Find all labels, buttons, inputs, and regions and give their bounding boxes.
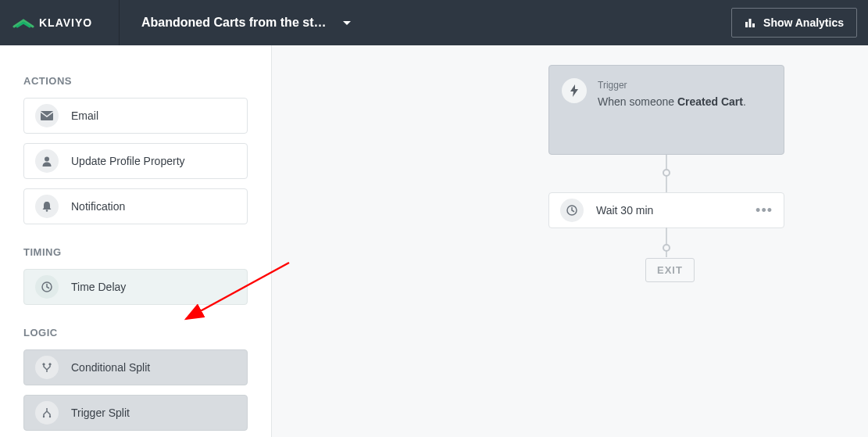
logic-conditional-split-label: Conditional Split — [71, 361, 150, 374]
section-title-logic: LOGIC — [23, 327, 248, 338]
bolt-icon — [562, 78, 587, 103]
wait-card[interactable]: Wait 30 min ••• — [548, 192, 784, 228]
action-notification-label: Notification — [71, 200, 125, 213]
header-right: Show Analytics — [731, 8, 868, 38]
connector-node[interactable] — [663, 244, 670, 252]
trigger-split-icon — [35, 401, 59, 424]
wait-left: Wait 30 min — [560, 199, 653, 222]
trigger-text: Trigger When someone Created Cart. — [598, 78, 746, 110]
email-icon — [35, 104, 59, 127]
wait-label: Wait 30 min — [596, 204, 653, 217]
clock-icon — [35, 275, 59, 299]
trigger-event: Created Cart — [677, 95, 743, 108]
flow-canvas[interactable]: Trigger When someone Created Cart. Wait … — [272, 45, 868, 437]
logic-conditional-split[interactable]: Conditional Split — [23, 349, 248, 385]
brand-logo[interactable]: KLAVIYO — [0, 0, 120, 45]
flow-name-dropdown[interactable]: Abandoned Carts from the st… — [120, 0, 373, 45]
flow-name-label: Abandoned Carts from the st… — [141, 16, 326, 30]
klaviyo-logo-icon: KLAVIYO — [13, 14, 105, 31]
trigger-description: When someone Created Cart. — [598, 94, 746, 110]
caret-down-icon — [343, 21, 351, 25]
person-icon — [35, 149, 59, 173]
connector-node[interactable] — [663, 169, 670, 177]
section-title-actions: ACTIONS — [23, 75, 248, 87]
section-title-timing: TIMING — [23, 246, 248, 258]
timing-time-delay[interactable]: Time Delay — [23, 269, 248, 305]
connector-line — [666, 227, 667, 257]
split-icon — [35, 356, 59, 379]
trigger-suffix: . — [743, 95, 746, 108]
show-analytics-label: Show Analytics — [763, 16, 844, 29]
svg-rect-2 — [749, 19, 752, 27]
bar-chart-icon — [745, 17, 755, 28]
exit-node[interactable]: EXIT — [645, 258, 695, 282]
top-bar: KLAVIYO Abandoned Carts from the st… Sho… — [0, 0, 868, 45]
logic-trigger-split[interactable]: Trigger Split — [23, 395, 248, 431]
action-update-profile[interactable]: Update Profile Property — [23, 143, 248, 179]
main-area: ACTIONS Email Update Profile Property No… — [0, 45, 868, 437]
action-notification[interactable]: Notification — [23, 188, 248, 224]
trigger-prefix: When someone — [598, 95, 677, 108]
trigger-title: Trigger — [598, 78, 746, 92]
trigger-card[interactable]: Trigger When someone Created Cart. — [548, 65, 784, 155]
svg-point-9 — [49, 416, 51, 417]
show-analytics-button[interactable]: Show Analytics — [731, 8, 857, 38]
action-email-label: Email — [71, 109, 98, 122]
sidebar: ACTIONS Email Update Profile Property No… — [0, 45, 272, 437]
header-left: KLAVIYO Abandoned Carts from the st… — [0, 0, 373, 45]
bell-icon — [35, 195, 59, 218]
svg-point-8 — [43, 416, 45, 417]
svg-rect-3 — [752, 23, 755, 27]
svg-rect-1 — [745, 22, 748, 27]
svg-rect-4 — [41, 111, 53, 120]
more-options-icon[interactable]: ••• — [755, 202, 773, 219]
clock-icon — [560, 199, 584, 222]
timing-time-delay-label: Time Delay — [71, 281, 126, 293]
exit-label: EXIT — [657, 264, 683, 276]
svg-point-6 — [46, 210, 48, 212]
action-email[interactable]: Email — [23, 98, 248, 134]
action-update-profile-label: Update Profile Property — [71, 155, 185, 167]
svg-point-5 — [45, 157, 49, 162]
logic-trigger-split-label: Trigger Split — [71, 407, 130, 419]
svg-text:KLAVIYO: KLAVIYO — [39, 16, 92, 29]
